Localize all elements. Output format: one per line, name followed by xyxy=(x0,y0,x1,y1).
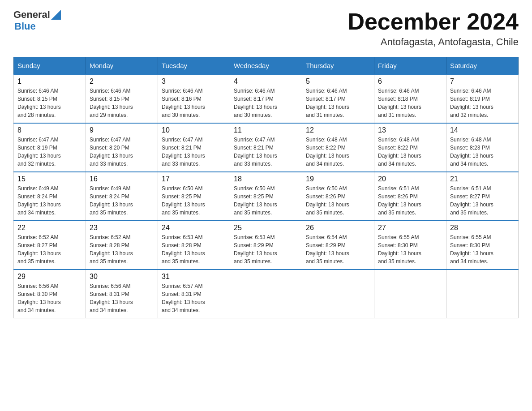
calendar-table: SundayMondayTuesdayWednesdayThursdayFrid… xyxy=(13,57,519,318)
calendar-header-row: SundayMondayTuesdayWednesdayThursdayFrid… xyxy=(14,57,519,75)
day-info: Sunrise: 6:53 AMSunset: 8:28 PMDaylight:… xyxy=(162,233,226,265)
day-info: Sunrise: 6:56 AMSunset: 8:30 PMDaylight:… xyxy=(17,282,82,314)
month-year-title: December 2024 xyxy=(348,9,519,34)
week-row-3: 15Sunrise: 6:49 AMSunset: 8:24 PMDayligh… xyxy=(14,172,519,221)
calendar-title-section: December 2024 Antofagasta, Antofagasta, … xyxy=(348,9,519,48)
day-cell-10: 10Sunrise: 6:47 AMSunset: 8:21 PMDayligh… xyxy=(158,123,230,172)
day-number: 21 xyxy=(450,175,515,183)
day-number: 31 xyxy=(162,273,226,281)
day-info: Sunrise: 6:49 AMSunset: 8:24 PMDaylight:… xyxy=(90,184,154,217)
location-subtitle: Antofagasta, Antofagasta, Chile xyxy=(348,36,519,48)
day-cell-22: 22Sunrise: 6:52 AMSunset: 8:27 PMDayligh… xyxy=(14,221,86,270)
day-number: 22 xyxy=(17,224,82,232)
day-number: 3 xyxy=(162,77,226,86)
day-info: Sunrise: 6:48 AMSunset: 8:22 PMDaylight:… xyxy=(378,136,442,168)
day-cell-9: 9Sunrise: 6:47 AMSunset: 8:20 PMDaylight… xyxy=(86,123,158,172)
day-number: 24 xyxy=(162,224,226,232)
logo: General Blue xyxy=(13,9,61,32)
day-cell-6: 6Sunrise: 6:46 AMSunset: 8:18 PMDaylight… xyxy=(374,74,446,123)
day-cell-28: 28Sunrise: 6:55 AMSunset: 8:30 PMDayligh… xyxy=(446,221,519,270)
day-cell-4: 4Sunrise: 6:46 AMSunset: 8:17 PMDaylight… xyxy=(230,74,302,123)
day-number: 15 xyxy=(17,175,82,183)
day-info: Sunrise: 6:46 AMSunset: 8:15 PMDaylight:… xyxy=(17,87,82,119)
day-info: Sunrise: 6:48 AMSunset: 8:22 PMDaylight:… xyxy=(306,136,370,168)
day-info: Sunrise: 6:46 AMSunset: 8:15 PMDaylight:… xyxy=(90,87,154,119)
header-monday: Monday xyxy=(86,57,158,75)
logo-general-text: General xyxy=(13,9,50,21)
day-number: 17 xyxy=(162,175,226,183)
day-cell-13: 13Sunrise: 6:48 AMSunset: 8:22 PMDayligh… xyxy=(374,123,446,172)
day-info: Sunrise: 6:52 AMSunset: 8:27 PMDaylight:… xyxy=(17,233,82,265)
day-info: Sunrise: 6:46 AMSunset: 8:17 PMDaylight:… xyxy=(234,87,298,119)
day-cell-25: 25Sunrise: 6:53 AMSunset: 8:29 PMDayligh… xyxy=(230,221,302,270)
empty-cell xyxy=(230,270,302,318)
day-number: 27 xyxy=(378,224,442,232)
day-cell-27: 27Sunrise: 6:55 AMSunset: 8:30 PMDayligh… xyxy=(374,221,446,270)
day-number: 23 xyxy=(90,224,154,232)
day-info: Sunrise: 6:47 AMSunset: 8:20 PMDaylight:… xyxy=(90,136,154,168)
day-cell-15: 15Sunrise: 6:49 AMSunset: 8:24 PMDayligh… xyxy=(14,172,86,221)
day-info: Sunrise: 6:46 AMSunset: 8:17 PMDaylight:… xyxy=(306,87,370,119)
day-number: 20 xyxy=(378,175,442,183)
day-info: Sunrise: 6:46 AMSunset: 8:16 PMDaylight:… xyxy=(162,87,226,119)
day-number: 11 xyxy=(234,126,298,134)
day-info: Sunrise: 6:47 AMSunset: 8:21 PMDaylight:… xyxy=(234,136,298,168)
day-info: Sunrise: 6:54 AMSunset: 8:29 PMDaylight:… xyxy=(306,233,370,265)
day-info: Sunrise: 6:50 AMSunset: 8:25 PMDaylight:… xyxy=(234,184,298,217)
week-row-5: 29Sunrise: 6:56 AMSunset: 8:30 PMDayligh… xyxy=(14,270,519,318)
day-cell-11: 11Sunrise: 6:47 AMSunset: 8:21 PMDayligh… xyxy=(230,123,302,172)
day-number: 18 xyxy=(234,175,298,183)
day-info: Sunrise: 6:48 AMSunset: 8:23 PMDaylight:… xyxy=(450,136,515,168)
day-cell-1: 1Sunrise: 6:46 AMSunset: 8:15 PMDaylight… xyxy=(14,74,86,123)
day-cell-5: 5Sunrise: 6:46 AMSunset: 8:17 PMDaylight… xyxy=(302,74,374,123)
day-number: 16 xyxy=(90,175,154,183)
day-cell-24: 24Sunrise: 6:53 AMSunset: 8:28 PMDayligh… xyxy=(158,221,230,270)
svg-marker-0 xyxy=(51,10,61,20)
day-info: Sunrise: 6:46 AMSunset: 8:19 PMDaylight:… xyxy=(450,87,515,119)
day-number: 2 xyxy=(90,77,154,86)
header-sunday: Sunday xyxy=(14,57,86,75)
page-header: General Blue December 2024 Antofagasta, … xyxy=(13,9,519,48)
day-cell-17: 17Sunrise: 6:50 AMSunset: 8:25 PMDayligh… xyxy=(158,172,230,221)
empty-cell xyxy=(446,270,519,318)
header-friday: Friday xyxy=(374,57,446,75)
day-number: 29 xyxy=(17,273,82,281)
day-number: 5 xyxy=(306,77,370,86)
day-cell-7: 7Sunrise: 6:46 AMSunset: 8:19 PMDaylight… xyxy=(446,74,519,123)
day-info: Sunrise: 6:55 AMSunset: 8:30 PMDaylight:… xyxy=(450,233,515,265)
day-number: 10 xyxy=(162,126,226,134)
day-info: Sunrise: 6:51 AMSunset: 8:26 PMDaylight:… xyxy=(378,184,442,217)
day-cell-18: 18Sunrise: 6:50 AMSunset: 8:25 PMDayligh… xyxy=(230,172,302,221)
day-info: Sunrise: 6:47 AMSunset: 8:19 PMDaylight:… xyxy=(17,136,82,168)
empty-cell xyxy=(374,270,446,318)
day-cell-20: 20Sunrise: 6:51 AMSunset: 8:26 PMDayligh… xyxy=(374,172,446,221)
day-cell-16: 16Sunrise: 6:49 AMSunset: 8:24 PMDayligh… xyxy=(86,172,158,221)
day-info: Sunrise: 6:57 AMSunset: 8:31 PMDaylight:… xyxy=(162,282,226,314)
header-wednesday: Wednesday xyxy=(230,57,302,75)
day-info: Sunrise: 6:56 AMSunset: 8:31 PMDaylight:… xyxy=(90,282,154,314)
day-cell-19: 19Sunrise: 6:50 AMSunset: 8:26 PMDayligh… xyxy=(302,172,374,221)
day-info: Sunrise: 6:52 AMSunset: 8:28 PMDaylight:… xyxy=(90,233,154,265)
day-cell-3: 3Sunrise: 6:46 AMSunset: 8:16 PMDaylight… xyxy=(158,74,230,123)
day-cell-29: 29Sunrise: 6:56 AMSunset: 8:30 PMDayligh… xyxy=(14,270,86,318)
day-number: 14 xyxy=(450,126,515,134)
day-cell-2: 2Sunrise: 6:46 AMSunset: 8:15 PMDaylight… xyxy=(86,74,158,123)
day-number: 7 xyxy=(450,77,515,86)
week-row-1: 1Sunrise: 6:46 AMSunset: 8:15 PMDaylight… xyxy=(14,74,519,123)
day-number: 25 xyxy=(234,224,298,232)
header-thursday: Thursday xyxy=(302,57,374,75)
day-number: 12 xyxy=(306,126,370,134)
logo-blue-text: Blue xyxy=(14,21,36,32)
day-number: 9 xyxy=(90,126,154,134)
day-cell-21: 21Sunrise: 6:51 AMSunset: 8:27 PMDayligh… xyxy=(446,172,519,221)
week-row-4: 22Sunrise: 6:52 AMSunset: 8:27 PMDayligh… xyxy=(14,221,519,270)
day-info: Sunrise: 6:49 AMSunset: 8:24 PMDaylight:… xyxy=(17,184,82,217)
day-number: 30 xyxy=(90,273,154,281)
day-number: 1 xyxy=(17,77,82,86)
day-number: 8 xyxy=(17,126,82,134)
day-cell-30: 30Sunrise: 6:56 AMSunset: 8:31 PMDayligh… xyxy=(86,270,158,318)
day-cell-23: 23Sunrise: 6:52 AMSunset: 8:28 PMDayligh… xyxy=(86,221,158,270)
day-info: Sunrise: 6:46 AMSunset: 8:18 PMDaylight:… xyxy=(378,87,442,119)
day-cell-26: 26Sunrise: 6:54 AMSunset: 8:29 PMDayligh… xyxy=(302,221,374,270)
day-cell-12: 12Sunrise: 6:48 AMSunset: 8:22 PMDayligh… xyxy=(302,123,374,172)
